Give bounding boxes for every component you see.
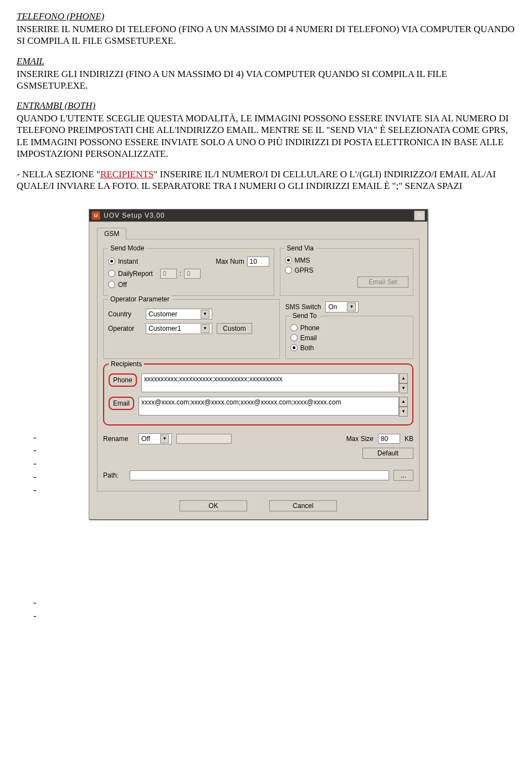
label-rename: Rename <box>103 435 134 443</box>
select-rename[interactable]: Off ▼ <box>139 433 172 444</box>
radio-gprs[interactable] <box>285 266 292 274</box>
app-icon: U <box>91 211 100 220</box>
legend-recipients: Recipients <box>109 360 144 368</box>
radio-sendto-email[interactable] <box>290 334 298 341</box>
label-sendto-both: Both <box>300 344 314 352</box>
para-recipients: - NELLA SEZIONE "RECIPIENTS" INSERIRE IL… <box>17 168 515 192</box>
recipients-red: RECIPIENTS <box>100 169 154 180</box>
label-country: Country <box>108 310 141 318</box>
tab-gsm[interactable]: GSM <box>97 228 126 239</box>
label-sendto-phone: Phone <box>300 324 320 332</box>
scroll-up-icon[interactable]: ▲ <box>399 397 408 407</box>
label-off: Off <box>118 281 127 289</box>
select-country-value: Customer <box>149 310 177 318</box>
label-recip-phone-wrap: Phone <box>109 373 137 387</box>
label-dailyreport: DailyReport <box>118 270 153 278</box>
label-operator: Operator <box>108 325 141 332</box>
chevron-down-icon: ▼ <box>201 310 209 319</box>
input-rename-text <box>176 434 232 444</box>
radio-instant[interactable] <box>108 258 115 265</box>
input-maxsize[interactable]: 80 <box>378 434 400 444</box>
label-kb: KB <box>405 435 413 443</box>
para-email: INSERIRE GLI INDIRIZZI (FINO A UN MASSIM… <box>17 68 515 92</box>
label-path: Path: <box>103 472 125 479</box>
browse-button[interactable]: ... <box>393 470 413 481</box>
title-text: UOV Setup V3.00 <box>104 212 414 219</box>
heading-both: ENTRAMBI (BOTH) <box>17 100 515 111</box>
label-sendto-email: Email <box>300 334 317 342</box>
radio-dailyreport[interactable] <box>108 270 115 277</box>
legend-send-via: Send Via <box>285 244 316 252</box>
dash: - <box>33 596 515 609</box>
para-phone: INSERIRE IL NUMERO DI TELEFONO (FINO A U… <box>17 23 515 47</box>
radio-mms[interactable] <box>285 257 292 264</box>
heading-phone: TELEFONO (PHONE) <box>17 11 515 22</box>
para-both: QUANDO L'UTENTE SCEGLIE QUESTA MODALITÀ,… <box>17 112 515 160</box>
radio-sendto-both[interactable] <box>290 344 298 351</box>
radio-off[interactable] <box>108 281 115 288</box>
radio-sendto-phone[interactable] <box>290 324 298 331</box>
label-recip-email: Email <box>113 399 130 407</box>
label-sms-switch: SMS Switch <box>285 303 321 311</box>
select-operator[interactable]: Customer1 ▼ <box>146 323 212 334</box>
input-path[interactable] <box>130 470 389 480</box>
scroll-email[interactable]: ▲ ▼ <box>399 397 408 417</box>
para-recipients-pre: - NELLA SEZIONE " <box>17 169 100 180</box>
bullets-bottom: - - <box>33 596 515 623</box>
cancel-button[interactable]: Cancel <box>269 500 337 511</box>
email-set-button[interactable]: Email Set <box>357 276 408 288</box>
titlebar: U UOV Setup V3.00 ✕ <box>89 209 427 222</box>
textarea-email[interactable]: xxxx@xxxx.com;xxxx@xxxx.com;xxxx@xxxxx.c… <box>139 397 399 416</box>
select-sms-switch[interactable]: On ▼ <box>325 301 359 312</box>
chevron-down-icon: ▼ <box>201 324 209 333</box>
scroll-up-icon[interactable]: ▲ <box>399 373 408 383</box>
label-recip-phone: Phone <box>113 376 132 384</box>
chevron-down-icon: ▼ <box>347 303 356 311</box>
select-sms-value: On <box>328 303 337 311</box>
label-instant: Instant <box>118 258 138 265</box>
legend-send-mode: Send Mode <box>108 244 146 252</box>
scroll-down-icon[interactable]: ▼ <box>399 407 408 417</box>
select-rename-value: Off <box>141 435 150 443</box>
textarea-phone[interactable]: xxxxxxxxxx;xxxxxxxxxx;xxxxxxxxxx;xxxxxxx… <box>141 373 399 392</box>
heading-email: EMAIL <box>17 56 515 67</box>
select-country[interactable]: Customer ▼ <box>146 309 212 320</box>
legend-operator: Operator Parameter <box>108 295 172 303</box>
input-hour: 0 <box>160 269 177 279</box>
label-recip-email-wrap: Email <box>109 397 134 410</box>
legend-send-to: Send To <box>290 312 319 320</box>
label-gprs: GPRS <box>295 266 314 274</box>
time-sep: : <box>180 270 181 278</box>
scroll-phone[interactable]: ▲ ▼ <box>399 373 408 393</box>
default-button[interactable]: Default <box>362 448 413 459</box>
label-mms: MMS <box>295 257 310 264</box>
label-maxsize: Max Size <box>346 435 374 443</box>
input-min: 0 <box>184 269 201 279</box>
scroll-down-icon[interactable]: ▼ <box>399 383 408 393</box>
chevron-down-icon: ▼ <box>160 434 169 443</box>
ok-button[interactable]: OK <box>180 500 247 511</box>
custom-button[interactable]: Custom <box>217 323 252 334</box>
app-window: U UOV Setup V3.00 ✕ GSM Send Mode Instan… <box>89 209 428 520</box>
dash: - <box>33 609 515 623</box>
input-maxnum[interactable]: 10 <box>247 257 269 266</box>
label-maxnum: Max Num <box>216 258 244 265</box>
select-operator-value: Customer1 <box>149 325 181 332</box>
close-button[interactable]: ✕ <box>414 211 425 221</box>
